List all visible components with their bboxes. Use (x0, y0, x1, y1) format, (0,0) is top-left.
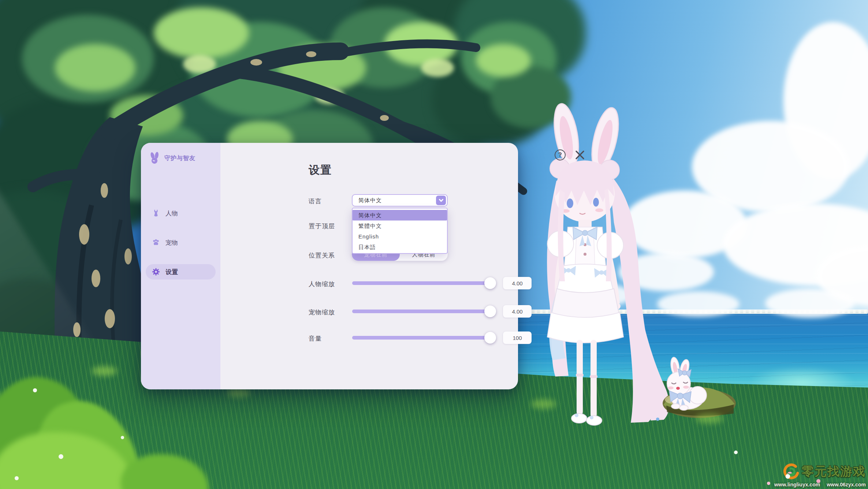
cloud (692, 121, 849, 212)
cloud (723, 203, 868, 286)
bunny-logo-icon (148, 152, 161, 165)
grass-tuft (0, 364, 109, 489)
pet-scale-label: 宠物缩放 (309, 308, 335, 316)
volume-slider[interactable] (352, 336, 490, 340)
tree-foliage (454, 0, 586, 88)
settings-panel: ? 设置 语言 简体中文 简体中文 繁體中文 English 日本語 (220, 143, 518, 389)
language-dropdown-menu: 简体中文 繁體中文 English 日本語 (352, 208, 448, 254)
leaf-highlight (110, 95, 183, 136)
slider-thumb[interactable] (484, 277, 496, 289)
tree-foliage-light (190, 22, 329, 117)
language-option[interactable]: 繁體中文 (353, 221, 447, 231)
leaf-highlight (278, 44, 366, 92)
slider-thumb[interactable] (484, 332, 496, 344)
tree-foliage (432, 51, 553, 147)
cloud (619, 253, 714, 291)
tree-foliage (359, 0, 549, 103)
sidebar-item-label: 设置 (165, 268, 178, 276)
watermark-url-right: www.06zyx.com (827, 482, 866, 488)
character-scale-value[interactable]: 4.00 (503, 277, 532, 289)
language-label: 语言 (309, 197, 322, 205)
tree-foliage (176, 0, 410, 117)
tree-foliage (0, 190, 110, 311)
watermark-title: 零元找游戏 (802, 463, 866, 480)
ocean-shallow-glow (725, 359, 868, 407)
leaf-highlight (55, 44, 135, 92)
close-button[interactable] (574, 149, 586, 161)
app-logo: 守护与智友 (148, 151, 218, 166)
language-select[interactable]: 简体中文 (352, 194, 448, 207)
anime-character (522, 98, 694, 431)
paw-icon (152, 238, 160, 247)
grass-tuft (25, 389, 155, 489)
desktop: 守护与智友 人物 宠物 (0, 0, 868, 489)
cloud (765, 289, 855, 318)
question-mark-icon: ? (558, 152, 562, 158)
watermark-url-left: www.lingliuyx.com (774, 482, 820, 488)
sidebar-item-label: 宠物 (165, 238, 178, 247)
language-option[interactable]: English (353, 231, 447, 242)
tree-foliage-light (461, 22, 556, 95)
tree-foliage-light (22, 15, 154, 103)
flower-white (59, 454, 63, 459)
dress-icon (152, 209, 160, 217)
flower-pink (767, 482, 770, 485)
sidebar-item-pet[interactable]: 宠物 (146, 235, 216, 250)
flower-white (734, 451, 738, 454)
tree-foliage (0, 278, 88, 366)
grass-glow (227, 388, 250, 397)
sidebar-item-label: 人物 (165, 209, 178, 218)
flower-white (15, 476, 19, 480)
cloud (816, 245, 868, 306)
slider-fill (352, 281, 490, 285)
tree-foliage-light (491, 66, 571, 128)
position-label: 位置关系 (309, 251, 335, 260)
leaf-highlight (476, 44, 531, 77)
slider-fill (352, 336, 490, 340)
page-title: 设置 (309, 163, 332, 178)
help-button[interactable]: ? (555, 149, 566, 160)
language-select-value: 简体中文 (353, 197, 382, 204)
pet-scale-value[interactable]: 4.00 (503, 305, 532, 318)
tree-foliage-light (329, 7, 439, 88)
language-option[interactable]: 简体中文 (353, 210, 447, 221)
watermark: 零元找游戏 www.lingliuyx.com www.06zyx.com (771, 462, 866, 488)
language-option[interactable]: 日本語 (353, 242, 447, 252)
leaf-highlight (384, 22, 458, 66)
tree-foliage (0, 0, 249, 161)
sidebar: 守护与智友 人物 宠物 (141, 143, 220, 389)
flower-blue (656, 418, 659, 421)
flower-white (121, 436, 124, 439)
grass-tuft (0, 432, 132, 489)
slider-thumb[interactable] (484, 305, 496, 317)
grass-tuft (121, 454, 209, 489)
leaf-glint (183, 55, 216, 73)
pet-scale-slider[interactable] (352, 310, 490, 313)
flower-white (33, 388, 37, 392)
leaf-glint (421, 59, 454, 77)
leaf-glint (315, 88, 344, 104)
chevron-down-icon[interactable] (436, 196, 446, 205)
cloud (783, 22, 868, 179)
character-scale-label: 人物缩放 (309, 280, 335, 288)
watermark-logo-icon (781, 462, 800, 481)
cloud (566, 284, 633, 307)
always-on-top-label: 置于顶层 (309, 222, 335, 230)
sidebar-item-settings[interactable]: 设置 (146, 264, 216, 279)
character-scale-slider[interactable] (352, 281, 490, 285)
settings-window: 守护与智友 人物 宠物 (141, 143, 518, 389)
sidebar-item-character[interactable]: 人物 (146, 205, 216, 221)
pet-bunny (652, 357, 737, 419)
grass-glow (92, 366, 117, 376)
cloud (657, 291, 740, 317)
slider-fill (352, 310, 490, 313)
grass-glow (696, 414, 723, 423)
app-name: 守护与智友 (164, 155, 195, 162)
volume-value[interactable]: 100 (503, 331, 532, 344)
leaf-highlight (154, 7, 249, 59)
cloud (622, 190, 747, 258)
gear-icon (152, 268, 160, 276)
grass-glow (531, 399, 556, 409)
volume-label: 音量 (309, 334, 322, 343)
